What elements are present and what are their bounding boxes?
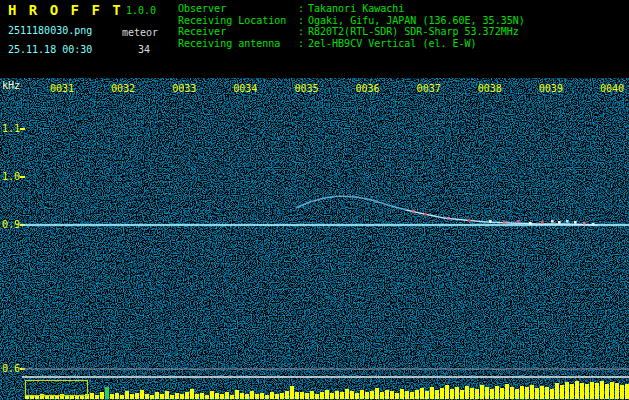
info-value: R820T2(RTL-SDR) SDR-Sharp 53.372MHz — [308, 26, 519, 38]
station-info: Observer:Takanori Kawachi Receiving Loca… — [178, 3, 525, 49]
info-value: Takanori Kawachi — [308, 3, 404, 15]
info-value: 2el-HB9CV Vertical (el. E-W) — [308, 38, 477, 50]
info-label: Receiving Location — [178, 15, 298, 27]
app-version: 1.0.0 — [126, 5, 156, 16]
time-axis: 0031 0032 0033 0034 0035 0036 0037 0038 … — [48, 83, 626, 94]
spectrogram: kHz 0031 0032 0033 0034 0035 0036 0037 0… — [0, 78, 629, 400]
info-separator: : — [298, 38, 308, 50]
header: H R O F F T 1.0.0 2511180030.png meteor … — [0, 0, 629, 78]
freq-unit-label: kHz — [2, 80, 20, 91]
freq-tick-label: 1.0 — [2, 171, 20, 182]
freq-tick-label: 1.1 — [2, 123, 20, 134]
time-tick-label: 0034 — [231, 83, 259, 94]
time-tick-label: 0037 — [415, 83, 443, 94]
info-label: Observer — [178, 3, 298, 15]
info-value: Ogaki, Gifu, JAPAN (136.60E, 35.35N) — [308, 15, 525, 27]
freq-tick-label: 0.6 — [2, 363, 20, 374]
info-row-location: Receiving Location:Ogaki, Gifu, JAPAN (1… — [178, 15, 525, 27]
app-title: H R O F F T — [8, 2, 123, 18]
time-tick-label: 0032 — [109, 83, 137, 94]
freq-tick-label: 0.9 — [2, 219, 20, 230]
time-tick-label: 0031 — [48, 83, 76, 94]
time-tick-label: 0035 — [292, 83, 320, 94]
info-row-antenna: Receiving antenna:2el-HB9CV Vertical (el… — [178, 38, 525, 50]
info-row-observer: Observer:Takanori Kawachi — [178, 3, 525, 15]
info-separator: : — [298, 15, 308, 27]
time-tick-label: 0033 — [170, 83, 198, 94]
mode-label: meteor — [122, 27, 158, 38]
time-tick-label: 0036 — [354, 83, 382, 94]
info-separator: : — [298, 3, 308, 15]
hrofft-output-image: H R O F F T 1.0.0 2511180030.png meteor … — [0, 0, 629, 400]
output-filename: 2511180030.png — [8, 25, 92, 36]
datetime-label: 25.11.18 00:30 — [8, 44, 92, 55]
spectrogram-noise-texture — [0, 78, 629, 400]
info-label: Receiver — [178, 26, 298, 38]
level-box — [25, 380, 88, 396]
echo-count: 34 — [138, 44, 150, 55]
time-tick-label: 0040 — [598, 83, 626, 94]
info-separator: : — [298, 26, 308, 38]
time-tick-label: 0039 — [537, 83, 565, 94]
time-tick-label: 0038 — [476, 83, 504, 94]
info-row-receiver: Receiver:R820T2(RTL-SDR) SDR-Sharp 53.37… — [178, 26, 525, 38]
info-label: Receiving antenna — [178, 38, 298, 50]
